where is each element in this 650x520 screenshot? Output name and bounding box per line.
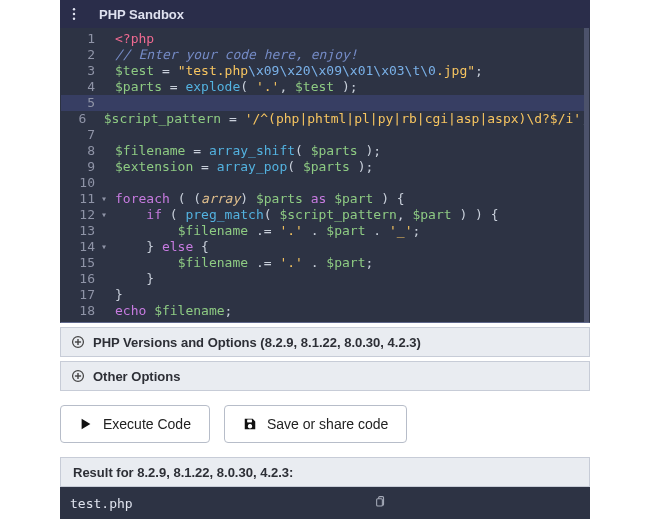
code-text[interactable]: $extension = array_pop( $parts ); (111, 159, 589, 175)
button-label: Execute Code (103, 416, 191, 432)
svg-point-0 (73, 8, 75, 10)
code-text[interactable] (111, 95, 589, 111)
code-text[interactable]: echo $filename; (111, 303, 589, 319)
fold-icon (101, 255, 111, 271)
line-number: 18 (61, 303, 101, 319)
result-heading: Result for 8.2.9, 8.1.22, 8.0.30, 4.2.3: (60, 457, 590, 487)
accordion-label: Other Options (93, 369, 180, 384)
line-number: 15 (61, 255, 101, 271)
accordion-other-options[interactable]: Other Options (60, 361, 590, 391)
code-line[interactable]: 13 $filename .= '.' . $part . '_'; (61, 223, 589, 239)
result-text: test.php (70, 496, 133, 511)
code-text[interactable]: foreach ( (array) $parts as $part ) { (111, 191, 589, 207)
code-line[interactable]: 5 (61, 95, 589, 111)
code-text[interactable]: } else { (111, 239, 589, 255)
result-heading-text: Result for 8.2.9, 8.1.22, 8.0.30, 4.2.3: (73, 465, 293, 480)
line-number: 12 (61, 207, 101, 223)
line-number: 17 (61, 287, 101, 303)
code-text[interactable]: $filename .= '.' . $part; (111, 255, 589, 271)
fold-icon (101, 63, 111, 79)
fold-icon (101, 223, 111, 239)
svg-point-11 (248, 424, 252, 428)
editor-scrollbar[interactable] (584, 28, 589, 322)
fold-icon (101, 287, 111, 303)
fold-icon[interactable]: ▾ (101, 239, 111, 255)
fold-icon[interactable]: ▾ (101, 191, 111, 207)
svg-point-2 (73, 18, 75, 20)
expand-icon (71, 335, 85, 349)
line-number: 13 (61, 223, 101, 239)
accordion-label: PHP Versions and Options (8.2.9, 8.1.22,… (93, 335, 421, 350)
fold-icon (101, 95, 111, 111)
fold-icon[interactable]: ▾ (101, 207, 111, 223)
code-line[interactable]: 6$script_pattern = '/^(php|phtml|pl|py|r… (61, 111, 589, 127)
code-text[interactable]: // Enter your code here, enjoy! (111, 47, 589, 63)
line-number: 11 (61, 191, 101, 207)
code-editor[interactable]: 1<?php2// Enter your code here, enjoy!3$… (60, 28, 590, 323)
line-number: 16 (61, 271, 101, 287)
line-number: 10 (61, 175, 101, 191)
code-line[interactable]: 4$parts = explode( '.', $test ); (61, 79, 589, 95)
line-number: 1 (61, 31, 101, 47)
line-number: 2 (61, 47, 101, 63)
line-number: 5 (61, 95, 101, 111)
save-icon (243, 417, 257, 431)
code-line[interactable]: 8$filename = array_shift( $parts ); (61, 143, 589, 159)
line-number: 7 (61, 127, 101, 143)
button-label: Save or share code (267, 416, 388, 432)
code-line[interactable]: 9$extension = array_pop( $parts ); (61, 159, 589, 175)
code-line[interactable]: 12▾ if ( preg_match( $script_pattern, $p… (61, 207, 589, 223)
svg-rect-12 (376, 499, 382, 506)
code-line[interactable]: 3$test = "test.php\x09\x20\x09\x01\x03\t… (61, 63, 589, 79)
editor-title: PHP Sandbox (99, 7, 585, 22)
result-output: test.php (60, 487, 590, 519)
line-number: 9 (61, 159, 101, 175)
line-number: 6 (61, 111, 92, 127)
fold-icon (101, 79, 111, 95)
code-line[interactable]: 1<?php (61, 31, 589, 47)
fold-icon (92, 111, 99, 127)
code-text[interactable]: if ( preg_match( $script_pattern, $part … (111, 207, 589, 223)
save-button[interactable]: Save or share code (224, 405, 407, 443)
fold-icon (101, 159, 111, 175)
accordion-php-versions[interactable]: PHP Versions and Options (8.2.9, 8.1.22,… (60, 327, 590, 357)
line-number: 3 (61, 63, 101, 79)
code-line[interactable]: 7 (61, 127, 589, 143)
fold-icon (101, 31, 111, 47)
editor-menu-icon[interactable] (61, 1, 87, 27)
code-line[interactable]: 17} (61, 287, 589, 303)
code-text[interactable] (111, 175, 589, 191)
svg-rect-10 (247, 420, 251, 423)
line-number: 14 (61, 239, 101, 255)
fold-icon (101, 127, 111, 143)
svg-point-1 (73, 13, 75, 15)
code-text[interactable] (111, 127, 589, 143)
code-line[interactable]: 2// Enter your code here, enjoy! (61, 47, 589, 63)
code-line[interactable]: 16 } (61, 271, 589, 287)
code-line[interactable]: 14▾ } else { (61, 239, 589, 255)
copy-icon[interactable] (373, 495, 386, 511)
code-line[interactable]: 15 $filename .= '.' . $part; (61, 255, 589, 271)
fold-icon (101, 175, 111, 191)
fold-icon (101, 47, 111, 63)
code-line[interactable]: 18echo $filename; (61, 303, 589, 319)
code-text[interactable]: $test = "test.php\x09\x20\x09\x01\x03\t\… (111, 63, 589, 79)
code-text[interactable]: $script_pattern = '/^(php|phtml|pl|py|rb… (100, 111, 589, 127)
fold-icon (101, 271, 111, 287)
code-text[interactable]: } (111, 271, 589, 287)
action-bar: Execute Code Save or share code (60, 405, 590, 443)
code-line[interactable]: 10 (61, 175, 589, 191)
code-text[interactable]: $filename .= '.' . $part . '_'; (111, 223, 589, 239)
code-text[interactable]: $filename = array_shift( $parts ); (111, 143, 589, 159)
execute-button[interactable]: Execute Code (60, 405, 210, 443)
code-text[interactable]: $parts = explode( '.', $test ); (111, 79, 589, 95)
code-text[interactable]: <?php (111, 31, 589, 47)
code-text[interactable]: } (111, 287, 589, 303)
line-number: 8 (61, 143, 101, 159)
fold-icon (101, 143, 111, 159)
code-line[interactable]: 11▾foreach ( (array) $parts as $part ) { (61, 191, 589, 207)
line-number: 4 (61, 79, 101, 95)
svg-marker-9 (82, 419, 91, 430)
play-icon (79, 417, 93, 431)
fold-icon (101, 303, 111, 319)
